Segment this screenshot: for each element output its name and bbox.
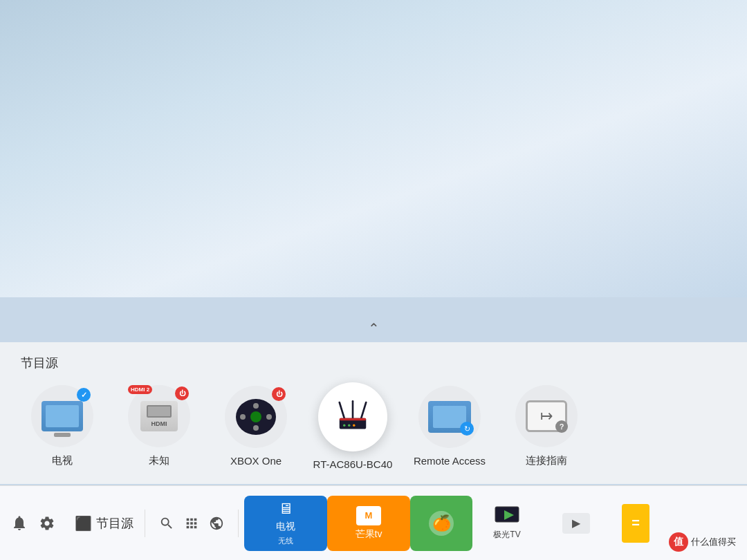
source-item-hdmi[interactable]: HDMI ⏻ HDMI 2 未知 xyxy=(118,385,201,467)
xbox-btn-bottom xyxy=(253,425,259,431)
hdmi-label-small: HDMI xyxy=(151,420,167,427)
connect-arrow-icon: ↦ xyxy=(540,407,553,425)
watermark-icon-text: 值 xyxy=(674,536,683,548)
svg-point-7 xyxy=(353,424,356,427)
remote-label: Remote Access xyxy=(414,455,486,467)
xbox-label: XBOX One xyxy=(230,455,282,467)
xbox-center-btn xyxy=(250,411,261,422)
connect-label: 连接指南 xyxy=(526,454,567,467)
tv-icon xyxy=(42,401,83,431)
hdmi2-badge: HDMI 2 xyxy=(128,385,152,394)
app-generic-5[interactable]: ▶ xyxy=(542,496,611,551)
source-item-tv[interactable]: 电视 xyxy=(21,385,104,467)
divider-2 xyxy=(238,510,239,537)
taskbar: ⬛ 节目源 🖥 电视 无线 xyxy=(0,485,747,560)
apps-grid-icon[interactable] xyxy=(184,516,199,531)
source-nav-button[interactable]: ⬛ 节目源 xyxy=(69,511,139,536)
watermark-text: 什么值得买 xyxy=(691,536,736,548)
taskbar-apps: 🖥 电视 无线 M 芒果tv 🍊 极光TV xyxy=(244,496,736,551)
remote-access-icon: ↻ xyxy=(428,401,471,433)
connect-guide-icon: ↦ ? xyxy=(526,400,567,432)
mango-tv-logo-text: M xyxy=(365,510,373,521)
search-icon[interactable] xyxy=(159,516,174,531)
tv-wireless-label: 电视 xyxy=(276,521,295,533)
background xyxy=(0,0,747,297)
svg-rect-4 xyxy=(340,418,367,421)
xbox-btn-left xyxy=(240,414,246,420)
source-arrow-icon: ⬛ xyxy=(75,515,92,532)
xbox-icon xyxy=(236,399,276,435)
remote-badge: ↻ xyxy=(460,422,474,436)
svg-line-1 xyxy=(340,402,344,418)
source-panel-title: 节目源 xyxy=(21,355,726,371)
connect-icon-wrap: ↦ ? xyxy=(515,385,578,447)
xbox-btn-right xyxy=(266,414,272,420)
router-icon xyxy=(333,398,372,436)
svg-line-3 xyxy=(361,402,366,418)
tv-icon-wrap xyxy=(31,385,93,447)
bell-icon[interactable] xyxy=(11,515,28,532)
tv-active-badge xyxy=(77,388,91,402)
xbox-btn-top xyxy=(253,403,259,409)
xbox-power-badge: ⏻ xyxy=(272,387,286,401)
source-item-remote[interactable]: ↻ Remote Access xyxy=(408,386,491,467)
source-item-connect[interactable]: ↦ ? 连接指南 xyxy=(505,385,588,467)
green-app-icon: 🍊 xyxy=(429,511,454,536)
hdmi-port xyxy=(147,405,172,418)
source-btn-label: 节目源 xyxy=(96,515,133,532)
app-tv-wireless[interactable]: 🖥 电视 无线 xyxy=(244,496,327,551)
taskbar-middle-icons xyxy=(151,516,232,531)
aurora-tv-label: 极光TV xyxy=(493,529,520,541)
app6-symbol: = xyxy=(631,515,640,531)
hdmi-power-badge: ⏻ xyxy=(175,386,189,400)
tv-label: 电视 xyxy=(52,454,73,467)
gear-icon[interactable] xyxy=(39,515,55,532)
tv-wireless-sub: 无线 xyxy=(278,536,293,546)
tv-screen xyxy=(46,405,79,427)
app5-icon: ▶ xyxy=(562,513,590,534)
taskbar-left-icons xyxy=(11,515,69,532)
hdmi-label: 未知 xyxy=(149,454,169,467)
svg-point-6 xyxy=(348,424,351,427)
router-label: RT-AC86U-BC40 xyxy=(313,458,393,470)
chevron-up-icon[interactable]: ⌃ xyxy=(368,320,380,337)
remote-icon-wrap: ↻ xyxy=(418,386,481,448)
globe-icon[interactable] xyxy=(209,516,224,531)
watermark: 值 什么值得买 xyxy=(669,532,736,552)
xbox-icon-wrap: ⏻ xyxy=(225,386,287,448)
mango-tv-label: 芒果tv xyxy=(356,528,382,541)
hdmi-icon: HDMI xyxy=(140,401,178,431)
app6-icon: = xyxy=(622,504,649,543)
question-badge: ? xyxy=(555,420,568,433)
source-item-router[interactable]: RT-AC86U-BC40 xyxy=(311,382,394,470)
aurora-tv-icon xyxy=(493,505,521,526)
divider-1 xyxy=(145,510,145,537)
app-aurora-tv[interactable]: 极光TV xyxy=(472,496,542,551)
source-panel: 节目源 ⌃ 电视 HDMI ⏻ xyxy=(0,342,747,484)
mango-tv-logo: M xyxy=(356,506,381,525)
svg-point-5 xyxy=(343,424,346,427)
app5-symbol: ▶ xyxy=(572,516,580,530)
source-items-container: 电视 HDMI ⏻ HDMI 2 未知 xyxy=(21,382,726,470)
app-generic-6[interactable]: = xyxy=(611,496,661,551)
app-green[interactable]: 🍊 xyxy=(410,496,472,551)
tv-wireless-icon: 🖥 xyxy=(278,500,293,518)
router-icon-wrap xyxy=(318,382,387,451)
watermark-icon: 值 xyxy=(669,532,688,552)
source-item-xbox[interactable]: ⏻ XBOX One xyxy=(214,386,297,467)
app-mango-tv[interactable]: M 芒果tv xyxy=(327,496,410,551)
hdmi-icon-wrap: HDMI ⏻ HDMI 2 xyxy=(128,385,190,447)
